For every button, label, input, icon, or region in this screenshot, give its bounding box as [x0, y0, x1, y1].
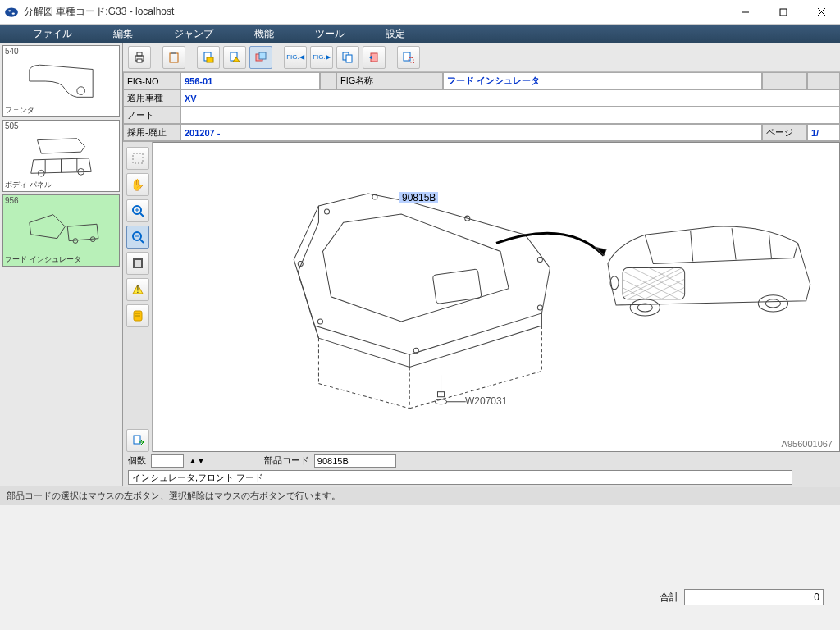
svg-rect-18	[207, 57, 213, 62]
svg-point-69	[610, 276, 619, 290]
thumb-preview	[11, 207, 111, 254]
tool-return-button[interactable]	[363, 46, 386, 69]
pan-tool[interactable]: ✋	[126, 173, 149, 196]
menu-function[interactable]: 機能	[234, 27, 294, 41]
thumb-956[interactable]: 956 フード インシュレータ	[2, 194, 120, 267]
note-value	[180, 107, 840, 124]
thumb-preview	[11, 57, 111, 105]
svg-line-80	[624, 260, 699, 297]
select-tool[interactable]	[126, 147, 149, 170]
svg-point-7	[77, 87, 85, 95]
status-bar: 部品コードの選択はマウスの左ボタン、選択解除はマウスの右ボタンで行います。	[0, 486, 840, 505]
tool-search-button[interactable]	[397, 46, 420, 69]
model-label: 適用車種	[123, 89, 180, 107]
svg-rect-37	[135, 260, 141, 267]
partcode-input[interactable]	[314, 454, 396, 468]
total-value	[684, 589, 824, 605]
qty-label: 個数	[128, 454, 146, 467]
close-button[interactable]	[802, 0, 840, 25]
svg-point-50	[317, 319, 322, 324]
totals-row: 合計	[660, 589, 824, 605]
warning-button[interactable]: !	[126, 278, 149, 301]
svg-point-44	[324, 209, 329, 214]
svg-line-27	[413, 62, 414, 63]
svg-point-48	[537, 305, 542, 310]
svg-line-55	[318, 384, 409, 409]
menu-edit[interactable]: 編集	[93, 27, 153, 41]
page-label: ページ	[762, 124, 807, 141]
svg-rect-43	[432, 269, 482, 304]
thumb-505[interactable]: 505 ボディ パネル	[2, 120, 120, 192]
svg-rect-25	[404, 52, 410, 61]
svg-line-61	[691, 231, 693, 261]
svg-rect-16	[171, 52, 176, 54]
svg-rect-15	[170, 53, 178, 62]
tool-layers-button[interactable]	[249, 46, 272, 69]
adoption-label: 採用-廃止	[123, 124, 180, 141]
svg-point-1	[8, 10, 11, 11]
svg-line-63	[769, 233, 771, 258]
svg-rect-14	[137, 59, 142, 62]
bottom-panel: 個数 ▲▼ 部品コード インシュレータ,フロント フード	[123, 452, 840, 487]
svg-point-0	[5, 7, 18, 16]
part-description: インシュレータ,フロント フード	[128, 470, 792, 485]
page-value: 1/	[807, 124, 840, 141]
partcode-label: 部品コード	[264, 454, 309, 467]
menu-tool[interactable]: ツール	[294, 27, 365, 41]
svg-point-65	[630, 299, 660, 316]
figno-label: FIG-NO	[123, 72, 180, 89]
svg-rect-28	[133, 153, 143, 163]
svg-rect-13	[137, 52, 142, 56]
svg-rect-21	[259, 52, 266, 59]
svg-rect-23	[346, 55, 352, 62]
maximize-button[interactable]	[765, 0, 802, 25]
note-button[interactable]	[126, 304, 149, 327]
thumb-540[interactable]: 540 フェンダ	[2, 45, 120, 117]
print-button[interactable]	[128, 46, 151, 69]
main-toolbar: FIG.◀ FIG.▶	[123, 43, 840, 72]
fig-next-button[interactable]: FIG.▶	[310, 46, 333, 69]
window-title: 分解図 車種コード:G33 - localhost	[24, 5, 727, 19]
thumbnail-sidebar: 540 フェンダ 505 ボディ パネル 956 フード インシュレータ	[0, 43, 123, 486]
svg-point-2	[12, 12, 15, 14]
diagram-ref: A956001067	[782, 439, 833, 449]
minimize-button[interactable]	[727, 0, 765, 25]
menu-settings[interactable]: 設定	[365, 27, 426, 41]
svg-line-32	[140, 213, 144, 217]
svg-point-67	[758, 295, 788, 312]
total-label: 合計	[660, 591, 679, 605]
svg-line-35	[140, 240, 144, 243]
svg-text:!: !	[136, 284, 139, 295]
svg-point-47	[537, 257, 542, 262]
svg-line-62	[732, 228, 736, 259]
figname-value: フード インシュレータ	[443, 72, 762, 89]
svg-rect-42	[134, 436, 140, 444]
model-value: XV	[180, 89, 840, 107]
fig-prev-button[interactable]: FIG.◀	[284, 46, 307, 69]
zoom-in-button[interactable]	[126, 199, 149, 222]
part-callout-label: W207031	[465, 395, 507, 407]
fit-button[interactable]	[126, 252, 149, 275]
part-highlight-label[interactable]: 90815B	[399, 192, 438, 203]
svg-rect-4	[780, 9, 787, 16]
clipboard-button[interactable]	[162, 46, 185, 69]
figno-value: 956-01	[180, 72, 320, 89]
thumb-preview	[11, 132, 111, 180]
view-toolbar: ✋ !	[123, 142, 153, 452]
menu-jump[interactable]: ジャンプ	[153, 27, 234, 41]
tool-doc2-button[interactable]	[223, 46, 246, 69]
adoption-value: 201207 -	[180, 124, 762, 141]
tool-doc1-button[interactable]	[197, 46, 220, 69]
diagram-canvas[interactable]: 90815B W207031 A956001067	[153, 142, 840, 452]
note-label: ノート	[123, 107, 180, 124]
menubar: ファイル 編集 ジャンプ 機能 ツール 設定	[0, 25, 840, 43]
qty-input[interactable]	[151, 454, 184, 468]
tool-copy-button[interactable]	[336, 46, 359, 69]
menu-file[interactable]: ファイル	[12, 27, 93, 41]
zoom-out-button[interactable]	[126, 226, 149, 249]
info-panel: FIG-NO 956-01 FIG名称 フード インシュレータ 適用車種 XV …	[123, 72, 840, 142]
export-button[interactable]	[126, 429, 149, 452]
svg-point-68	[765, 299, 780, 308]
app-logo-icon	[4, 5, 19, 20]
figname-label: FIG名称	[336, 72, 443, 89]
